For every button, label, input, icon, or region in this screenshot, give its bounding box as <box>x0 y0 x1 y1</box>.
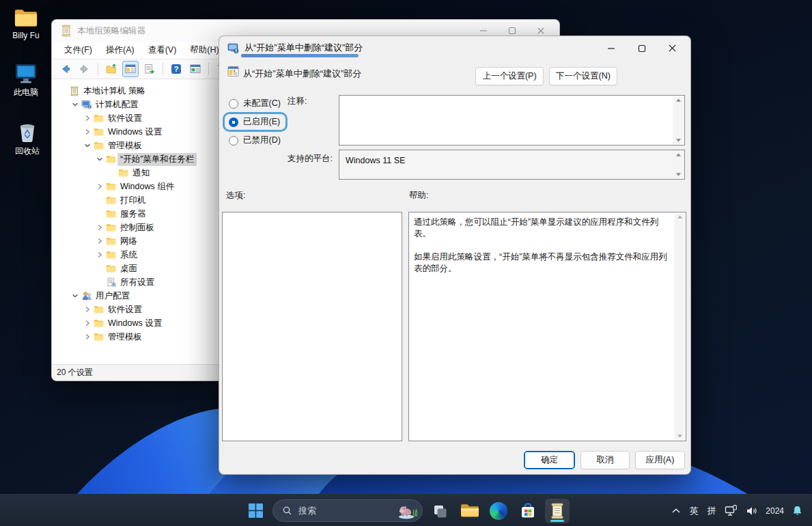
scroll-up-icon <box>675 98 682 102</box>
desktop-icon-billy-fu[interactable]: Billy Fu <box>3 8 49 40</box>
tree-item-label: 系统 <box>117 249 140 262</box>
comment-scrollbar[interactable] <box>673 96 684 144</box>
dialog-titlebar[interactable]: 从“开始”菜单中删除“建议”部分 <box>219 36 690 59</box>
minimize-button[interactable] <box>596 38 626 59</box>
scroll-document-icon <box>61 25 72 37</box>
forward-button[interactable] <box>76 61 93 77</box>
radio-icon <box>229 136 238 146</box>
supported-on-field[interactable]: Windows 11 SE <box>339 150 685 180</box>
help-icon[interactable]: ? <box>168 61 184 77</box>
comment-label: 注释: <box>288 96 307 107</box>
radio-label: 已禁用(D) <box>243 135 281 146</box>
scroll-up-icon <box>675 152 682 157</box>
console-window-icon[interactable] <box>122 61 139 77</box>
folder-icon <box>104 196 117 204</box>
chevron-collapsed-icon[interactable] <box>82 115 92 122</box>
tree-item-label: “开始”菜单和任务栏 <box>117 153 197 166</box>
taskbar: 搜索 <box>0 494 812 526</box>
policy-dialog: 从“开始”菜单中删除“建议”部分 从“开始”菜单中删除“建议”部分 上一个设置(… <box>219 36 691 475</box>
comment-textarea[interactable] <box>339 95 685 146</box>
user-config-icon <box>80 291 93 301</box>
chevron-collapsed-icon[interactable] <box>82 320 92 327</box>
chevron-expanded-icon[interactable] <box>94 156 104 163</box>
radio-enabled[interactable]: 已启用(E) <box>225 114 285 130</box>
running-indicator <box>550 520 564 522</box>
previous-setting-button[interactable]: 上一个设置(P) <box>475 67 544 85</box>
help-paragraph: 通过此策略，您可以阻止“开始”菜单显示建议的应用程序和文件列表。 <box>414 217 669 240</box>
show-console-tree-icon[interactable] <box>187 61 204 77</box>
tree-item-label: Windows 设置 <box>105 126 165 139</box>
chevron-collapsed-icon[interactable] <box>94 224 104 231</box>
start-button[interactable] <box>243 499 268 523</box>
ok-button[interactable]: 确定 <box>524 451 575 469</box>
search-highlight-hippo-icon <box>397 503 418 519</box>
apply-button[interactable]: 应用(A) <box>635 451 685 469</box>
folder-icon <box>104 251 117 259</box>
status-text: 20 个设置 <box>57 367 93 378</box>
next-setting-button[interactable]: 下一个设置(N) <box>549 67 617 85</box>
close-button[interactable] <box>657 38 688 59</box>
help-scrollbar[interactable] <box>674 213 685 440</box>
chevron-expanded-icon[interactable] <box>70 292 80 299</box>
radio-label: 已启用(E) <box>243 116 280 128</box>
chevron-collapsed-icon[interactable] <box>82 333 92 340</box>
chevron-collapsed-icon[interactable] <box>82 306 92 313</box>
tray-language-indicator[interactable]: 英 <box>686 499 702 523</box>
folder-icon <box>92 128 105 136</box>
menu-item[interactable]: 查看(V) <box>141 42 184 59</box>
desktop-icon-this-pc[interactable]: 此电脑 <box>3 63 49 98</box>
mmc-snapin-icon <box>227 66 239 77</box>
menu-item[interactable]: 操作(A) <box>99 42 141 59</box>
volume-icon[interactable] <box>742 499 761 523</box>
task-view-button[interactable] <box>428 499 452 523</box>
tree-item-label: 打印机 <box>117 194 149 207</box>
toolbar-separator <box>208 63 209 75</box>
tree-item-label: 计算机配置 <box>93 98 141 111</box>
microsoft-store-button[interactable] <box>516 499 540 523</box>
taskbar-clock[interactable]: 2024 <box>763 499 787 523</box>
edge-icon <box>490 502 507 520</box>
chevron-collapsed-icon[interactable] <box>94 238 104 245</box>
desktop-icon-label: 此电脑 <box>3 87 49 98</box>
chevron-expanded-icon[interactable] <box>82 142 92 149</box>
folder-icon <box>117 169 130 177</box>
gpedit-taskbar-button[interactable] <box>545 499 570 523</box>
chevron-expanded-icon[interactable] <box>70 101 80 108</box>
edge-browser-button[interactable] <box>486 499 511 523</box>
back-button[interactable] <box>57 61 74 77</box>
maximize-button[interactable] <box>626 38 657 59</box>
options-label: 选项: <box>226 190 245 202</box>
tray-show-hidden-icons[interactable] <box>668 499 684 523</box>
radio-not-configured[interactable]: 未配置(C) <box>225 96 286 111</box>
desktop-icon-recycle-bin[interactable]: 回收站 <box>4 120 51 157</box>
microsoft-store-icon <box>519 502 537 520</box>
tray-ime-indicator[interactable]: 拼 <box>703 499 720 523</box>
notification-bell-icon[interactable] <box>788 499 807 523</box>
folder-icon <box>104 210 117 218</box>
options-panel <box>222 212 402 441</box>
folder-icon <box>92 114 105 122</box>
up-one-level-icon[interactable] <box>103 61 120 77</box>
help-paragraph: 如果启用此策略设置，“开始”菜单将不再显示包含推荐文件和应用列表的部分。 <box>414 251 669 275</box>
scroll-down-icon <box>677 434 683 439</box>
radio-disabled[interactable]: 已禁用(D) <box>225 133 286 148</box>
tree-item-label: 软件设置 <box>105 303 145 316</box>
window-title: 本地组策略编辑器 <box>77 25 145 37</box>
search-box[interactable]: 搜索 <box>272 499 423 522</box>
scroll-down-icon <box>675 172 682 177</box>
file-explorer-button[interactable] <box>457 499 481 523</box>
help-text: 通过此策略，您可以阻止“开始”菜单显示建议的应用程序和文件列表。 如果启用此策略… <box>414 217 669 286</box>
help-label: 帮助: <box>409 190 428 202</box>
chevron-collapsed-icon[interactable] <box>94 183 104 190</box>
computer-config-icon <box>80 100 93 109</box>
supported-on-scrollbar[interactable] <box>673 151 684 178</box>
policy-icon <box>68 86 81 96</box>
export-list-icon[interactable] <box>141 61 158 77</box>
file-explorer-icon <box>460 503 479 518</box>
menu-item[interactable]: 文件(F) <box>57 42 99 59</box>
cancel-button[interactable]: 取消 <box>580 451 630 469</box>
network-icon[interactable] <box>721 499 741 523</box>
chevron-collapsed-icon[interactable] <box>94 251 104 258</box>
tree-item-label: 服务器 <box>117 208 149 221</box>
chevron-collapsed-icon[interactable] <box>82 128 92 135</box>
